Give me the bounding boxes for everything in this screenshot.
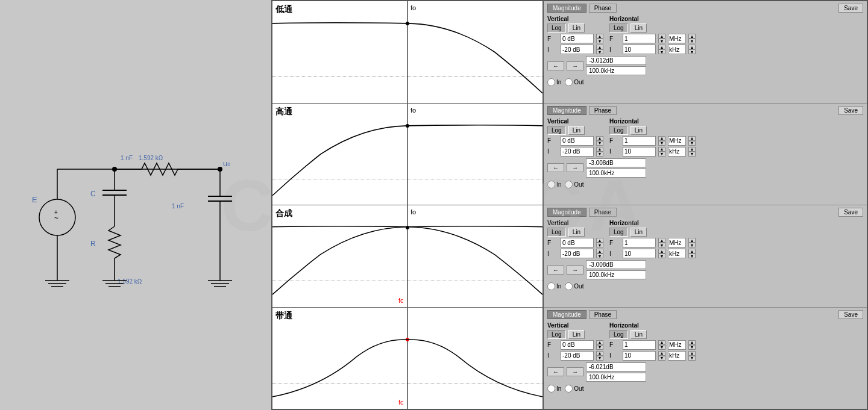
vert-f-spin-up-0[interactable]: ▲ bbox=[596, 34, 603, 39]
horiz-f-spin-0[interactable]: ▲ ▼ bbox=[658, 34, 665, 43]
horiz-f-unit-1[interactable] bbox=[668, 136, 686, 146]
horiz-f-input-0[interactable] bbox=[623, 34, 656, 43]
vert-i-label-0: I bbox=[547, 46, 558, 53]
radio-out-0[interactable]: Out bbox=[565, 78, 583, 86]
vert-log-btn-2[interactable]: Log bbox=[547, 228, 566, 237]
horiz-f-unit-2[interactable] bbox=[668, 238, 686, 247]
vert-lin-btn-2[interactable]: Lin bbox=[568, 228, 585, 237]
nav-right-btn-3[interactable]: → bbox=[567, 367, 583, 376]
vert-f-spin-1[interactable]: ▲ ▼ bbox=[596, 136, 603, 146]
vert-f-input-1[interactable] bbox=[561, 136, 594, 146]
radio-in-3[interactable]: In bbox=[547, 385, 561, 393]
radio-in-2[interactable]: In bbox=[547, 282, 561, 290]
vert-log-btn-1[interactable]: Log bbox=[547, 126, 566, 135]
phase-btn-1[interactable]: Phase bbox=[589, 106, 617, 115]
horiz-f-spin-up-0[interactable]: ▲ bbox=[658, 34, 665, 39]
nav-left-btn-0[interactable]: ← bbox=[547, 61, 564, 70]
radio-in-input-1[interactable] bbox=[547, 181, 555, 188]
vertical-title-3: Vertical bbox=[547, 322, 603, 329]
horiz-lin-btn-1[interactable]: Lin bbox=[631, 126, 647, 135]
horiz-lin-btn-0[interactable]: Lin bbox=[631, 23, 647, 33]
vert-horiz-1: Vertical Log Lin F ▲ ▼ bbox=[547, 118, 863, 157]
vert-i-spin-0[interactable]: ▲ ▼ bbox=[596, 45, 603, 54]
vert-f-input-0[interactable] bbox=[561, 34, 594, 43]
horiz-f-input-1[interactable] bbox=[623, 136, 656, 146]
horiz-log-btn-1[interactable]: Log bbox=[609, 126, 628, 135]
magnitude-btn-1[interactable]: Magnitude bbox=[547, 106, 587, 115]
vert-f-spin-0[interactable]: ▲ ▼ bbox=[596, 34, 603, 43]
save-btn-2[interactable]: Save bbox=[838, 208, 863, 217]
horiz-lin-btn-2[interactable]: Lin bbox=[631, 228, 647, 237]
radio-in-0[interactable]: In bbox=[547, 78, 561, 86]
nav-right-btn-2[interactable]: → bbox=[567, 266, 583, 275]
magnitude-btn-3[interactable]: Magnitude bbox=[547, 310, 587, 319]
radio-in-input-3[interactable] bbox=[547, 385, 555, 393]
save-btn-1[interactable]: Save bbox=[838, 106, 863, 115]
radio-out-2[interactable]: Out bbox=[565, 282, 583, 290]
magnitude-btn-0[interactable]: Magnitude bbox=[547, 4, 587, 13]
radio-out-input-1[interactable] bbox=[565, 181, 573, 188]
vert-lin-btn-3[interactable]: Lin bbox=[568, 330, 585, 339]
horiz-f-spin-1[interactable]: ▲ ▼ bbox=[658, 136, 665, 146]
horiz-i-unit-1[interactable] bbox=[668, 147, 686, 157]
control-panel-3: Magnitude Phase Save Vertical Log Lin F bbox=[544, 308, 867, 409]
nav-left-btn-1[interactable]: ← bbox=[547, 163, 564, 172]
horiz-i-spin-0[interactable]: ▲ ▼ bbox=[658, 45, 665, 54]
radio-out-input-0[interactable] bbox=[565, 78, 573, 86]
radio-out-1[interactable]: Out bbox=[565, 181, 583, 188]
nav-right-btn-1[interactable]: → bbox=[567, 163, 583, 172]
horiz-i-unit-2[interactable] bbox=[668, 249, 686, 258]
horiz-log-btn-2[interactable]: Log bbox=[609, 228, 628, 237]
horiz-i-input-2[interactable] bbox=[623, 249, 656, 258]
vert-f-input-3[interactable] bbox=[561, 340, 594, 350]
phase-btn-0[interactable]: Phase bbox=[589, 4, 617, 13]
vert-i-input-0[interactable] bbox=[561, 45, 594, 54]
nav-left-btn-2[interactable]: ← bbox=[547, 266, 564, 275]
horiz-f-unit-3[interactable] bbox=[668, 340, 686, 350]
horiz-i-unit-3[interactable] bbox=[668, 351, 686, 361]
radio-in-input-2[interactable] bbox=[547, 282, 555, 290]
vert-lin-btn-0[interactable]: Lin bbox=[568, 23, 585, 33]
phase-btn-3[interactable]: Phase bbox=[589, 310, 617, 319]
vert-i-input-3[interactable] bbox=[561, 351, 594, 361]
nav-left-btn-3[interactable]: ← bbox=[547, 367, 564, 376]
nav-right-btn-0[interactable]: → bbox=[567, 61, 583, 70]
vert-i-spin-up-0[interactable]: ▲ bbox=[596, 45, 603, 49]
horiz-log-btn-3[interactable]: Log bbox=[609, 330, 628, 339]
vert-i-input-2[interactable] bbox=[561, 249, 594, 258]
horiz-i-input-3[interactable] bbox=[623, 351, 656, 361]
vert-i-label-1: I bbox=[547, 148, 558, 155]
magnitude-btn-2[interactable]: Magnitude bbox=[547, 208, 587, 217]
vert-f-input-2[interactable] bbox=[561, 238, 594, 247]
radio-out-input-3[interactable] bbox=[565, 385, 573, 393]
horiz-i-input-1[interactable] bbox=[623, 147, 656, 157]
horiz-f-spin-down-0[interactable]: ▼ bbox=[658, 39, 665, 43]
horiz-i-row-1: I ▲ ▼ ▲ ▼ bbox=[609, 147, 696, 157]
horiz-i-input-0[interactable] bbox=[623, 45, 656, 54]
phase-btn-2[interactable]: Phase bbox=[589, 208, 617, 217]
horiz-log-btn-0[interactable]: Log bbox=[609, 23, 628, 33]
vert-i-input-1[interactable] bbox=[561, 147, 594, 157]
save-btn-3[interactable]: Save bbox=[838, 310, 863, 319]
vert-i-spin-1[interactable]: ▲ ▼ bbox=[596, 147, 603, 157]
vert-i-spin-down-0[interactable]: ▼ bbox=[596, 49, 603, 54]
vert-log-btn-3[interactable]: Log bbox=[547, 330, 566, 339]
header-1: Magnitude Phase Save bbox=[547, 106, 863, 115]
horiz-f-unit-spin-0[interactable]: ▲ ▼ bbox=[688, 34, 696, 43]
horiz-lin-btn-3[interactable]: Lin bbox=[631, 330, 647, 339]
vert-f-spin-down-0[interactable]: ▼ bbox=[596, 39, 603, 43]
radio-out-3[interactable]: Out bbox=[565, 385, 583, 393]
horiz-f-label-0: F bbox=[609, 36, 620, 42]
vert-log-btn-0[interactable]: Log bbox=[547, 23, 566, 33]
horiz-f-unit-0[interactable] bbox=[668, 34, 686, 43]
vert-horiz-0: Vertical Log Lin F ▲ ▼ bbox=[547, 16, 863, 54]
radio-in-1[interactable]: In bbox=[547, 181, 561, 188]
horiz-f-input-2[interactable] bbox=[623, 238, 656, 247]
radio-in-input-0[interactable] bbox=[547, 78, 555, 86]
vert-lin-btn-1[interactable]: Lin bbox=[568, 126, 585, 135]
horiz-i-unit-spin-0[interactable]: ▲ ▼ bbox=[688, 45, 696, 54]
horiz-i-unit-0[interactable] bbox=[668, 45, 686, 54]
save-btn-0[interactable]: Save bbox=[838, 4, 863, 13]
radio-out-input-2[interactable] bbox=[565, 282, 573, 290]
horiz-f-input-3[interactable] bbox=[623, 340, 656, 350]
